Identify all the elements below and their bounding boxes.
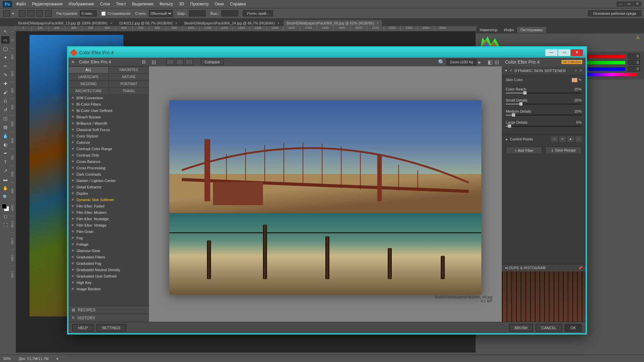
view-single-button[interactable]: [167, 59, 174, 65]
filter-item[interactable]: ★Glamour Glow: [68, 247, 149, 254]
star-icon[interactable]: ★: [71, 159, 74, 164]
shape-tool[interactable]: ▬: [1, 176, 9, 183]
pin-icon[interactable]: 📌: [578, 266, 583, 270]
blur-tool[interactable]: 💧: [1, 132, 9, 139]
brush-tool[interactable]: 🖌: [1, 88, 9, 96]
doc-tab-0[interactable]: BestHDWallpapersPack966_13.jpg @ 100% (R…: [15, 20, 116, 26]
green-input[interactable]: [628, 60, 640, 65]
filter-item[interactable]: ★Cross Processing: [68, 165, 149, 171]
filter-item[interactable]: ★Detail Extractor: [68, 184, 149, 190]
recipes-section[interactable]: ▥RECIPES: [68, 306, 149, 314]
star-icon[interactable]: ★: [71, 134, 74, 138]
star-icon[interactable]: ★: [71, 191, 74, 195]
hamburger-icon[interactable]: ≡: [72, 59, 74, 64]
filter-item[interactable]: ★Film Efex: Nostalgic: [68, 216, 149, 222]
panel-toggle-right-icon[interactable]: ⊟: [495, 59, 499, 65]
opt-icon-2[interactable]: [28, 10, 34, 17]
star-icon[interactable]: ★: [71, 210, 74, 215]
color-swatch[interactable]: [572, 78, 578, 82]
category-all[interactable]: ALL: [68, 66, 109, 73]
marquee-tool[interactable]: ▭: [1, 36, 9, 44]
quickmask-tool[interactable]: ◻: [1, 213, 9, 220]
star-icon[interactable]: ★: [71, 96, 74, 100]
star-icon[interactable]: ★: [71, 102, 74, 106]
param-slider[interactable]: [506, 115, 582, 116]
star-icon[interactable]: ★: [71, 261, 74, 265]
star-icon[interactable]: ★: [71, 172, 74, 176]
eyedropper-tool[interactable]: ✎: [1, 71, 9, 78]
zoom-tool[interactable]: 🔍: [1, 193, 9, 200]
category-travel[interactable]: TRAVEL: [109, 87, 149, 95]
filter-item[interactable]: ★Graduated User Defined: [68, 273, 149, 279]
star-icon[interactable]: ★: [71, 140, 74, 144]
color-swatch[interactable]: [2, 204, 9, 211]
opt-icon-1[interactable]: [19, 10, 25, 17]
bg-toggle-icon[interactable]: ◧: [488, 59, 493, 65]
warning-icon[interactable]: ⚠: [636, 35, 640, 40]
filter-item[interactable]: ★Brilliance / Warmth: [68, 120, 149, 126]
filter-item[interactable]: ★Bi-Color Filters: [68, 101, 149, 107]
filter-item[interactable]: ★Graduated Fog: [68, 260, 149, 266]
close-button[interactable]: ✕: [633, 1, 641, 7]
cp-minus-button[interactable]: −: [576, 136, 582, 142]
star-icon[interactable]: ★: [71, 127, 74, 132]
feather-input[interactable]: [80, 10, 97, 16]
filter-item[interactable]: ★Colorize: [68, 139, 149, 145]
filter-item[interactable]: ★Dark Contrasts: [68, 171, 149, 177]
category-favorites[interactable]: FAVORITES: [109, 66, 149, 73]
zoom-arrow-icon[interactable]: ▸: [478, 59, 481, 65]
maximize-button[interactable]: ▭: [625, 1, 633, 7]
lasso-tool[interactable]: ◯: [1, 45, 9, 52]
history-brush-tool[interactable]: ↺: [1, 106, 9, 113]
refine-edge-button[interactable]: Уточн. край...: [243, 10, 273, 16]
star-icon[interactable]: ★: [71, 236, 74, 240]
ok-button[interactable]: OK: [565, 324, 582, 331]
filter-item[interactable]: ★High Key: [68, 279, 149, 286]
star-icon[interactable]: ★: [71, 223, 74, 227]
star-icon[interactable]: ★: [71, 108, 74, 113]
filter-item[interactable]: ★B/W Conversion: [68, 95, 149, 101]
marquee-tool-icon[interactable]: [3, 10, 10, 17]
screenmode-tool[interactable]: ⛶: [1, 221, 9, 229]
stamp-tool[interactable]: ⎙: [1, 97, 9, 105]
eraser-tool[interactable]: ◫: [1, 115, 9, 122]
heal-tool[interactable]: ✚: [1, 80, 9, 87]
star-icon[interactable]: ★: [71, 248, 74, 253]
filter-item[interactable]: ★Film Efex: Faded: [68, 203, 149, 209]
height-input[interactable]: [221, 10, 238, 16]
dlg-close-button[interactable]: ✕: [571, 49, 583, 56]
move-tool[interactable]: ↖: [1, 27, 9, 35]
status-arrow[interactable]: ▸: [57, 356, 59, 361]
chevron-right-icon[interactable]: ▸: [506, 137, 508, 141]
category-portrait[interactable]: PORTRAIT: [109, 80, 149, 87]
save-recipe-button[interactable]: ⤓ Save Recipe: [545, 146, 582, 154]
close-tab-icon[interactable]: ×: [110, 21, 112, 25]
zoom-level[interactable]: 50%: [3, 357, 11, 361]
filter-item[interactable]: ★Graduated Filters: [68, 254, 149, 260]
menu-filter[interactable]: Фильтр: [159, 2, 173, 6]
star-icon[interactable]: ★: [71, 197, 74, 202]
wand-tool[interactable]: ✦: [1, 54, 9, 61]
filter-item[interactable]: ★Image Borders: [68, 286, 149, 292]
menu-window[interactable]: Окно: [215, 2, 224, 6]
star-icon[interactable]: ★: [71, 185, 74, 189]
category-wedding[interactable]: WEDDING: [68, 80, 109, 87]
add-filter-button[interactable]: + Add Filter: [506, 146, 542, 154]
hand-tool[interactable]: ✋: [1, 184, 9, 192]
filter-item[interactable]: ★Cross Balance: [68, 158, 149, 165]
chevron-down-icon[interactable]: ▾: [505, 68, 507, 73]
filter-item[interactable]: ★Color Stylizer: [68, 133, 149, 139]
menu-select[interactable]: Выделение: [132, 2, 154, 6]
filter-item[interactable]: ★Dynamic Skin Softener: [68, 196, 149, 203]
menu-view[interactable]: Просмотр: [190, 2, 209, 6]
menu-text[interactable]: Текст: [116, 2, 126, 6]
cp-sub-circle-icon[interactable]: ●: [568, 136, 574, 142]
star-icon[interactable]: ★: [71, 166, 74, 170]
width-input[interactable]: [189, 10, 206, 16]
star-icon[interactable]: ★: [71, 204, 74, 208]
filter-item[interactable]: ★Contrast Color Range: [68, 145, 149, 152]
cp-plus-button[interactable]: +: [559, 136, 566, 142]
history-section[interactable]: ↻HISTORY: [68, 314, 149, 322]
star-icon[interactable]: ★: [71, 217, 74, 221]
dialog-titlebar[interactable]: Color Efex Pro 4 — ▭ ✕: [68, 48, 586, 58]
